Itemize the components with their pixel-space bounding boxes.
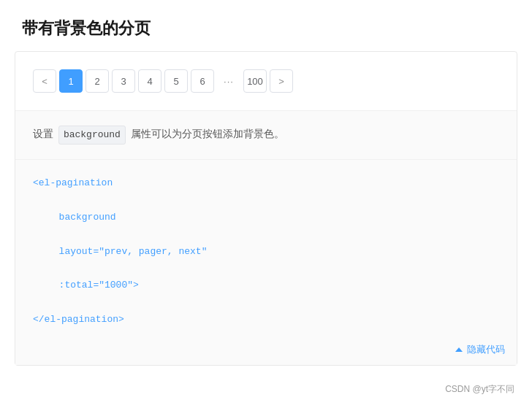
page-button-5[interactable]: 5 xyxy=(164,69,188,93)
page-button-3[interactable]: 3 xyxy=(112,69,135,93)
attribution-text: CSDN @yt字不同 xyxy=(445,384,514,394)
code-line-1: <el-pagination xyxy=(33,174,499,191)
description-text: 设置 background 属性可以为分页按钮添加背景色。 xyxy=(33,126,499,145)
arrow-up-icon xyxy=(455,347,463,352)
page-button-100[interactable]: 100 xyxy=(243,69,267,93)
page-container: 带有背景色的分页 < 1 2 3 4 xyxy=(0,0,532,400)
code-line-5: </el-pagination> xyxy=(33,311,499,328)
page-button-2[interactable]: 2 xyxy=(86,69,109,93)
background-keyword: background xyxy=(58,126,126,145)
description-area: 设置 background 属性可以为分页按钮添加背景色。 xyxy=(15,111,517,160)
code-block: <el-pagination background layout="prev, … xyxy=(33,174,499,328)
demo-card: < 1 2 3 4 5 6 xyxy=(15,51,517,366)
hide-code-button[interactable]: 隐藏代码 xyxy=(455,343,505,356)
attribution: CSDN @yt字不同 xyxy=(0,377,532,400)
page-button-1[interactable]: 1 xyxy=(59,69,83,93)
code-area: <el-pagination background layout="prev, … xyxy=(15,160,517,337)
next-button[interactable]: > xyxy=(270,69,293,93)
ellipsis: ··· xyxy=(217,69,240,93)
pagination: < 1 2 3 4 5 6 xyxy=(33,69,499,93)
hide-code-label: 隐藏代码 xyxy=(467,343,505,356)
pagination-demo: < 1 2 3 4 5 6 xyxy=(15,52,517,111)
code-line-3: layout="prev, pager, next" xyxy=(33,243,499,260)
code-line-4: :total="1000"> xyxy=(33,277,499,293)
prev-button[interactable]: < xyxy=(33,69,56,93)
code-footer: 隐藏代码 xyxy=(15,337,517,365)
code-line-2: background xyxy=(33,209,499,226)
page-button-6[interactable]: 6 xyxy=(191,69,214,93)
page-button-4[interactable]: 4 xyxy=(138,69,162,93)
description-prefix: 设置 xyxy=(33,128,56,139)
description-suffix: 属性可以为分页按钮添加背景色。 xyxy=(128,128,284,139)
page-title: 带有背景色的分页 xyxy=(0,0,532,51)
